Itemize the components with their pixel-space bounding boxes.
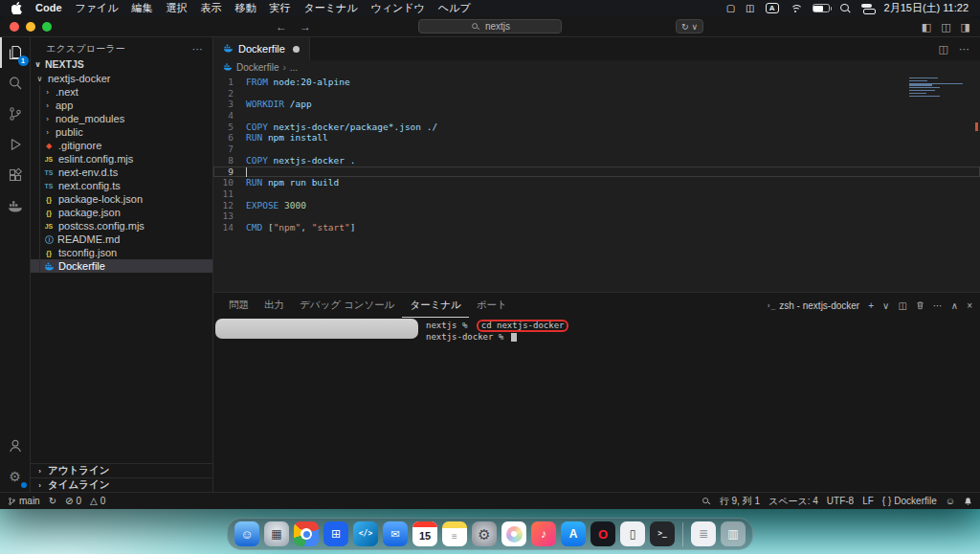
command-center-extra[interactable]: ↻ ∨	[676, 19, 703, 33]
dock-chrome-app[interactable]	[294, 521, 319, 546]
menubar-item-選択[interactable]: 選択	[167, 0, 188, 16]
cursor-position-item[interactable]: 行 9, 列 1	[720, 495, 760, 508]
tree-item-README.md[interactable]: iREADME.md	[31, 233, 212, 246]
breadcrumb-file[interactable]: Dockerfile	[236, 62, 278, 73]
dock-documents-app[interactable]: ≣	[691, 521, 716, 546]
tree-item-.next[interactable]: ›.next	[31, 85, 212, 99]
input-source-icon[interactable]: A	[766, 3, 779, 13]
minimize-window-button[interactable]	[26, 22, 35, 32]
dock-notes-app[interactable]: ≡	[442, 521, 467, 546]
split-editor-icon[interactable]: ◫	[939, 43, 948, 55]
dock-music-app[interactable]: ♪	[531, 521, 556, 546]
menubar-item-表示[interactable]: 表示	[201, 0, 222, 16]
tree-item-app[interactable]: ›app	[31, 99, 212, 112]
menubar-item-ヘルプ[interactable]: ヘルプ	[438, 0, 471, 16]
code-editor[interactable]: 1FROM node:20-alpine23WORKDIR /app45COPY…	[213, 75, 980, 292]
terminal-instance-label[interactable]: ›_ zsh - nextjs-docker	[767, 300, 860, 311]
explorer-icon[interactable]: 1	[0, 37, 31, 68]
menubar-clock[interactable]: 2月15日(土) 11:22	[884, 1, 969, 15]
dock-settings-app[interactable]: ⚙	[472, 521, 497, 546]
code-line-12[interactable]: 12EXPOSE 3000	[213, 200, 980, 211]
split-terminal-icon[interactable]: ◫	[898, 300, 906, 311]
menubar-item-ファイル[interactable]: ファイル	[76, 0, 119, 16]
git-branch-item[interactable]: main	[8, 496, 40, 506]
dock-opera-app[interactable]: O	[590, 521, 615, 546]
code-line-5[interactable]: 5COPY nextjs-docker/package*.json ./	[213, 122, 980, 133]
tree-item-Dockerfile[interactable]: Dockerfile	[31, 259, 212, 273]
tree-item-next.config.ts[interactable]: TSnext.config.ts	[31, 179, 212, 192]
tree-item-.gitignore[interactable]: ◆.gitignore	[31, 139, 212, 152]
dock-calendar-app[interactable]: 15	[412, 521, 437, 546]
terminal-output[interactable]: nextjs % cd nextjs-docker nextjs-docker …	[213, 318, 980, 492]
docker-icon[interactable]	[0, 190, 31, 221]
go-back-icon[interactable]: ←	[276, 16, 287, 37]
code-line-9[interactable]: 9	[213, 166, 980, 178]
code-line-2[interactable]: 2	[213, 88, 980, 100]
source-control-icon[interactable]	[0, 99, 31, 129]
tree-item-postcss.config.mjs[interactable]: JSpostcss.config.mjs	[31, 219, 212, 233]
menubar-item-編集[interactable]: 編集	[132, 0, 153, 16]
sync-changes-icon[interactable]: ↻	[49, 496, 56, 506]
more-actions-icon[interactable]: ⋯	[959, 43, 969, 55]
panel-tab-問題[interactable]: 問題	[221, 293, 256, 318]
errors-item[interactable]: ⊘0	[65, 496, 81, 506]
spotlight-search-icon[interactable]	[840, 3, 851, 13]
menubar-item-移動[interactable]: 移動	[235, 0, 256, 16]
panel-tab-デバッグ コンソール[interactable]: デバッグ コンソール	[292, 293, 402, 318]
dock-finder-app[interactable]: ☺	[234, 521, 259, 546]
dock-mail-app[interactable]: ✉	[383, 521, 408, 546]
menubar-item-実行[interactable]: 実行	[270, 0, 291, 16]
code-line-8[interactable]: 8COPY nextjs-docker .	[213, 155, 980, 166]
warnings-item[interactable]: △0	[90, 496, 105, 506]
sidebar-more-icon[interactable]: ⋯	[192, 43, 203, 55]
dock-iphone-mirroring-app[interactable]: ▯	[620, 521, 645, 546]
panel-tab-ポート[interactable]: ポート	[469, 293, 515, 318]
layout-panel-icon[interactable]: ◫	[941, 21, 950, 33]
terminal-dropdown-icon[interactable]: ∨	[882, 300, 889, 311]
encoding-item[interactable]: UTF-8	[827, 496, 854, 506]
feedback-icon[interactable]: ☺	[946, 496, 955, 506]
battery-icon[interactable]	[813, 4, 830, 12]
layout-sidebar-icon[interactable]: ◧	[922, 21, 931, 33]
code-line-11[interactable]: 11	[213, 188, 980, 200]
zoom-indicator-icon[interactable]	[702, 497, 709, 504]
code-line-14[interactable]: 14CMD ["npm", "start"]	[213, 222, 980, 233]
accounts-icon[interactable]	[0, 431, 31, 461]
menubar-item-ウィンドウ[interactable]: ウィンドウ	[371, 0, 425, 16]
menubar-app-name[interactable]: Code	[35, 0, 62, 16]
dock-trash-app[interactable]: ▥	[721, 521, 746, 546]
modified-dot-icon[interactable]	[293, 46, 300, 53]
tree-item-nextjs-docker[interactable]: ∨nextjs-docker	[31, 72, 212, 85]
settings-gear-icon[interactable]: ⚙	[0, 461, 31, 492]
maximize-panel-icon[interactable]: ∧	[951, 300, 958, 311]
tab-dockerfile[interactable]: Dockerfile	[213, 37, 310, 60]
code-line-6[interactable]: 6RUN npm install	[213, 132, 980, 144]
extensions-icon[interactable]	[0, 160, 31, 190]
wifi-icon[interactable]	[790, 4, 802, 13]
indentation-item[interactable]: スペース: 4	[768, 495, 818, 508]
tree-item-public[interactable]: ›public	[31, 125, 212, 139]
new-terminal-icon[interactable]: +	[868, 300, 874, 311]
display-icon[interactable]: ▢	[726, 4, 735, 13]
notifications-bell-icon[interactable]	[964, 497, 972, 506]
tree-item-eslint.config.mjs[interactable]: JSeslint.config.mjs	[31, 152, 212, 166]
apple-menu-icon[interactable]	[11, 2, 22, 14]
eol-item[interactable]: LF	[862, 496, 874, 506]
close-panel-icon[interactable]: ×	[967, 300, 972, 311]
dock-docker-app[interactable]: ⊞	[323, 521, 348, 546]
tree-item-node_modules[interactable]: ›node_modules	[31, 112, 212, 125]
dock-launchpad-app[interactable]: ▦	[264, 521, 289, 546]
code-line-13[interactable]: 13	[213, 211, 980, 222]
panel-tab-出力[interactable]: 出力	[256, 293, 292, 318]
layout-secondary-sidebar-icon[interactable]: ◨	[961, 21, 970, 33]
go-forward-icon[interactable]: →	[300, 16, 311, 37]
close-window-button[interactable]	[10, 22, 19, 32]
tree-item-package-lock.json[interactable]: {}package-lock.json	[31, 192, 212, 206]
panel-more-icon[interactable]: ⋯	[933, 300, 943, 311]
code-line-1[interactable]: 1FROM node:20-alpine	[213, 77, 980, 88]
panel-tab-ターミナル[interactable]: ターミナル	[402, 293, 468, 318]
breadcrumb-symbol[interactable]: ...	[290, 62, 298, 73]
minimap[interactable]	[909, 78, 969, 98]
control-center-icon[interactable]	[861, 3, 874, 13]
timeline-section[interactable]: › タイムライン	[31, 477, 212, 492]
